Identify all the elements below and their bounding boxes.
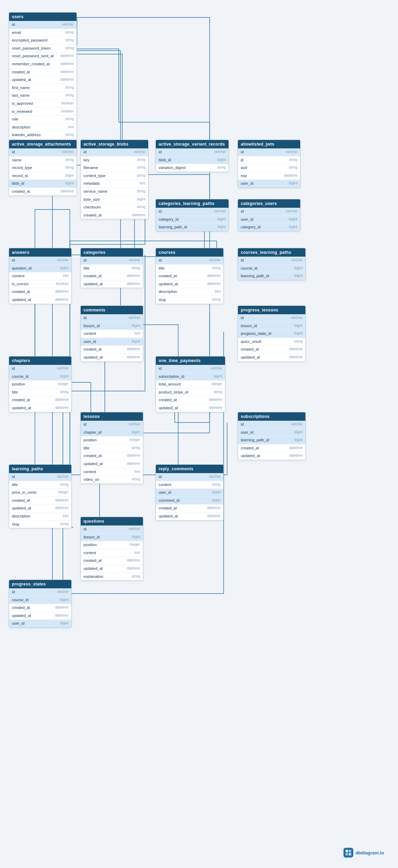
table-chapters: chapters idvarchar course_idbigint posit… [9, 356, 72, 412]
table-row: updated_atdatetime [9, 404, 71, 412]
table-row: expdatetime [238, 172, 300, 180]
table-row: is_correctboolean [9, 280, 71, 288]
table-row: descriptiontext [156, 288, 223, 296]
table-row: slugstring [156, 296, 223, 304]
table-row: created_atdatetime [9, 396, 71, 404]
table-row: created_atdatetime [81, 557, 143, 565]
table-row: category_idbigint [238, 223, 300, 231]
table-row: idvarchar [156, 257, 223, 265]
table-row: contentstring [156, 481, 223, 489]
table-row: idvarchar [156, 473, 223, 481]
table-row: blob_idbigint [9, 180, 77, 188]
table-row: idvarchar [156, 148, 229, 156]
table-row: lesson_idbigint [81, 534, 143, 542]
table-row: metadatatext [81, 180, 148, 188]
table-row: is_reviewedboolean [9, 108, 77, 116]
table-header: categories_users [238, 199, 300, 208]
table-body: idvarchar user_idbigint learning_path_id… [238, 421, 305, 460]
table-row: user_idbigint [9, 620, 71, 627]
table-body: idvarchar chapter_idbigint positioninteg… [81, 421, 143, 484]
table-row: created_atdatetime [9, 604, 71, 612]
table-row: created_atdatetime [9, 288, 71, 296]
table-row: contenttext [81, 549, 143, 557]
table-row: video_uristring [81, 476, 143, 484]
table-row: question_idbigint [9, 265, 71, 273]
table-active-storage-variant-records: active_storage_variant_records idvarchar… [155, 140, 229, 172]
table-row: titlestring [9, 389, 71, 397]
table-row: created_atdatetime [156, 272, 223, 280]
table-header: progress_lessons [238, 306, 305, 314]
table-row: updated_atdatetime [156, 404, 225, 412]
table-users: users idvarchar emailstring encrypted_pa… [9, 12, 77, 155]
table-body: idvarchar category_idbigint learning_pat… [156, 208, 229, 231]
table-progress-states: progress_states idvarchar course_idbigin… [9, 580, 72, 628]
table-row: updated_atdatetime [81, 565, 143, 573]
table-row: user_idbigint [238, 216, 300, 224]
table-subscriptions: subscriptions idvarchar user_idbigint le… [238, 412, 306, 460]
table-row: updated_atdatetime [9, 612, 71, 620]
table-row: comment_idbigint [156, 497, 223, 505]
table-row: updated_atdatetime [156, 280, 223, 288]
brand-logo [343, 848, 353, 858]
table-body: idvarchar contentstring user_idbigint co… [156, 473, 223, 520]
table-row: idvarchar [238, 257, 305, 265]
table-active-storage-attachments: active_storage_attachments idvarchar nam… [9, 140, 77, 196]
table-row: namestring [9, 156, 77, 164]
table-row: remember_created_atdatetime [9, 60, 77, 68]
table-row: contenttext [81, 468, 143, 476]
table-allowlisted-jwts: allowlisted_jwts idvarchar jtistring aud… [238, 140, 301, 188]
table-categories: categories idvarchar titlestring created… [80, 248, 143, 288]
table-body: idvarchar lesson_idbigint positionintege… [81, 525, 143, 580]
table-header: learning_paths [9, 465, 71, 473]
table-row: course_idbigint [9, 596, 71, 604]
table-row: titlestring [81, 444, 143, 453]
table-row: idvarchar [9, 257, 71, 265]
table-row: updated_atdatetime [238, 452, 305, 460]
table-header: lessons [81, 412, 143, 421]
table-row: idvarchar [9, 588, 71, 596]
table-row: checksumstring [81, 204, 148, 212]
table-header: answers [9, 248, 71, 257]
table-row: idvarchar [81, 314, 143, 322]
table-header: questions [81, 517, 143, 525]
table-users-header: users [9, 13, 77, 21]
brand-name: dbdiagram.io [355, 850, 384, 855]
table-row: idvarchar [238, 208, 300, 216]
table-row: jtistring [238, 156, 300, 164]
table-body: idvarchar subscription_idbigint total_am… [156, 365, 225, 412]
table-header: active_storage_variant_records [156, 140, 229, 148]
table-row: idvarchar [81, 257, 143, 265]
table-row: updated_atdatetime [156, 513, 223, 520]
table-row: product_stripe_idstring [156, 389, 225, 397]
table-header: subscriptions [238, 412, 305, 421]
table-learning-paths: learning_paths idvarchar titlestring pri… [9, 464, 72, 528]
table-row: emailstring [9, 29, 77, 37]
table-row: updated_atdatetime [9, 296, 71, 304]
table-row: updated_atdatetime [9, 76, 77, 84]
table-body: idvarchar question_idbigint contenttext … [9, 257, 71, 304]
table-courses-learning-paths: courses_learning_paths idvarchar course_… [238, 248, 306, 280]
table-row: idvarchar [238, 314, 305, 322]
table-body: idvarchar lesson_idbigint contenttext us… [81, 314, 143, 361]
table-row: idvarchar [81, 525, 143, 534]
table-row: titlestring [81, 265, 143, 273]
table-header: categories_learning_paths [156, 199, 229, 208]
table-row: lesson_idbigint [81, 322, 143, 330]
table-row: user_idbigint [81, 338, 143, 346]
table-row: created_atdatetime [156, 505, 223, 513]
table-row: audstring [238, 164, 300, 172]
table-row: created_atdatetime [81, 272, 143, 280]
table-row: idvarchar [81, 148, 148, 156]
table-row: subscription_idbigint [156, 373, 225, 381]
table-row: updated_atdatetime [9, 505, 71, 513]
table-header: courses [156, 248, 223, 257]
table-row: created_atdatetime [81, 346, 143, 354]
table-row: keystring [81, 156, 148, 164]
table-row: course_idbigint [238, 265, 305, 273]
svg-rect-0 [346, 850, 348, 852]
table-reply-comments: reply_comments idvarchar contentstring u… [155, 464, 224, 521]
table-header: active_storage_blobs [81, 140, 148, 148]
table-row: record_typestring [9, 164, 77, 172]
svg-rect-3 [349, 853, 351, 855]
table-users-body: idvarchar emailstring encrypted_password… [9, 21, 77, 155]
